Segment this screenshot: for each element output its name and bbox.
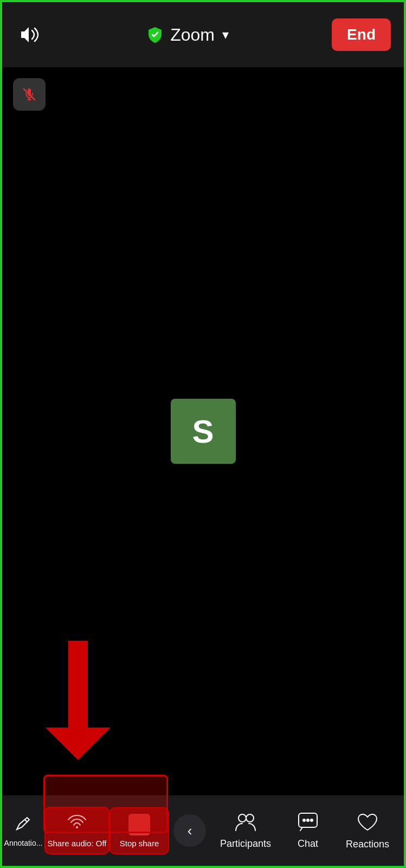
share-audio-icon: [66, 813, 88, 835]
svg-rect-3: [68, 641, 88, 727]
stop-share-small-label: Stop share: [120, 839, 159, 848]
svg-point-6: [246, 814, 254, 822]
mute-badge: [13, 78, 46, 111]
participants-button[interactable]: Participants: [210, 806, 281, 855]
end-button[interactable]: End: [332, 18, 391, 51]
share-audio-label: Share audio: Off: [48, 839, 107, 848]
reactions-button[interactable]: Reactions: [335, 806, 400, 856]
svg-marker-4: [46, 727, 111, 760]
stop-share-small-button[interactable]: Stop share: [109, 807, 169, 854]
svg-point-9: [306, 819, 310, 822]
reactions-icon: [356, 812, 379, 835]
chat-button[interactable]: Chat: [281, 806, 335, 855]
svg-point-8: [302, 819, 306, 822]
participants-icon: [234, 812, 257, 835]
speaker-area: [15, 21, 42, 48]
header: Zoom ▾ End: [2, 2, 404, 67]
bottom-toolbar: Annotatio... Share audio: Off Stop share: [2, 795, 404, 866]
chevron-left-icon: ‹: [188, 822, 192, 839]
arrow-annotation: [35, 641, 121, 765]
toolbar-scroll-area: Annotatio... Share audio: Off Stop share: [2, 806, 404, 856]
stop-share-small-icon: [128, 814, 150, 835]
avatar-letter: S: [192, 413, 214, 450]
participants-label: Participants: [220, 838, 271, 850]
chat-icon: [297, 812, 319, 835]
annotation-icon: [14, 814, 33, 835]
chat-label: Chat: [298, 838, 318, 850]
stop-share-button[interactable]: ✕ Stop share: [400, 806, 404, 856]
svg-point-10: [310, 819, 313, 822]
meeting-app-name: Zoom: [170, 25, 215, 45]
toolbar-chevron-button[interactable]: ‹: [173, 814, 206, 847]
participant-avatar: S: [171, 399, 236, 464]
meeting-title-area[interactable]: Zoom ▾: [145, 25, 229, 45]
meeting-dropdown-icon[interactable]: ▾: [222, 27, 229, 42]
shield-icon: [145, 25, 165, 44]
speaker-icon[interactable]: [15, 21, 42, 48]
svg-point-5: [239, 814, 246, 822]
annotation-button[interactable]: Annotatio...: [2, 809, 44, 853]
share-audio-button[interactable]: Share audio: Off: [44, 807, 109, 854]
annotation-label: Annotatio...: [4, 839, 43, 847]
reactions-label: Reactions: [346, 839, 389, 850]
